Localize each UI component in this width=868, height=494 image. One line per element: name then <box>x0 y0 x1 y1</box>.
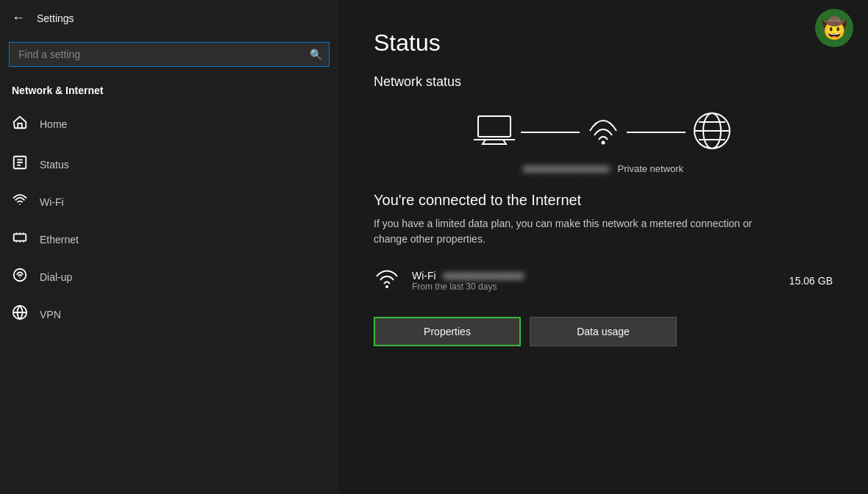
wifi-row: Wi-Fi ■■■■■■■■■■■■■ From the last 30 day… <box>374 265 833 296</box>
laptop-icon <box>471 110 518 154</box>
sidebar: ← Settings 🔍 Network & Internet Home Sta… <box>0 0 338 494</box>
search-input[interactable] <box>9 42 330 67</box>
network-diagram <box>374 107 833 157</box>
button-row: Properties Data usage <box>374 317 833 346</box>
sidebar-item-dialup[interactable]: Dial-up <box>0 258 338 296</box>
sidebar-item-vpn-label: VPN <box>40 309 61 321</box>
wifi-name: Wi-Fi ■■■■■■■■■■■■■ <box>412 270 778 282</box>
vpn-icon <box>12 304 28 324</box>
data-usage-button[interactable]: Data usage <box>530 317 677 346</box>
ethernet-icon <box>12 229 28 249</box>
line-2 <box>627 132 686 133</box>
sidebar-item-wifi[interactable]: Wi-Fi <box>0 183 338 221</box>
connected-title: You're connected to the Internet <box>374 192 833 209</box>
svg-point-12 <box>385 285 388 288</box>
back-button[interactable]: ← <box>12 10 25 26</box>
search-icon: 🔍 <box>310 49 322 60</box>
svg-point-4 <box>19 277 21 279</box>
wifi-usage: 15.06 GB <box>789 275 833 287</box>
wifi-icon <box>12 192 28 212</box>
network-label: ■■■■■■■■■■■■■■■ Private network <box>374 163 833 174</box>
sidebar-item-ethernet-label: Ethernet <box>40 234 79 246</box>
sidebar-item-home[interactable]: Home <box>0 105 338 143</box>
svg-point-1 <box>19 204 21 205</box>
dialup-icon <box>12 267 28 287</box>
sidebar-item-status[interactable]: Status <box>0 146 338 183</box>
properties-button[interactable]: Properties <box>374 317 521 346</box>
wifi-sub: From the last 30 days <box>412 282 778 292</box>
svg-rect-2 <box>14 234 26 240</box>
page-title: Status <box>374 29 833 57</box>
sidebar-item-status-label: Status <box>40 159 69 171</box>
avatar-emoji: 🤠 <box>822 16 847 40</box>
home-icon <box>12 114 28 134</box>
avatar: 🤠 <box>815 9 853 47</box>
sidebar-item-home-label: Home <box>40 118 67 130</box>
svg-rect-5 <box>478 116 511 137</box>
wifi-row-icon <box>374 265 400 296</box>
sidebar-item-dialup-label: Dial-up <box>40 271 72 283</box>
search-container: 🔍 <box>9 42 330 67</box>
wifi-diagram-icon <box>583 110 624 154</box>
main-content: 🤠 Status Network status <box>338 0 868 494</box>
sidebar-item-vpn[interactable]: VPN <box>0 296 338 333</box>
globe-icon <box>689 107 736 157</box>
status-icon <box>12 154 28 174</box>
network-name-blurred: ■■■■■■■■■■■■■■■ <box>523 163 610 174</box>
wifi-row-info: Wi-Fi ■■■■■■■■■■■■■ From the last 30 day… <box>412 270 778 292</box>
sidebar-header: ← Settings <box>0 0 338 36</box>
wifi-ssid-blurred: ■■■■■■■■■■■■■ <box>444 270 524 282</box>
network-label-text: Private network <box>618 163 684 174</box>
nav-section-label: Network & Internet <box>0 79 338 105</box>
svg-point-6 <box>602 141 605 145</box>
sidebar-title: Settings <box>37 12 74 24</box>
connected-desc: If you have a limited data plan, you can… <box>374 216 786 247</box>
sidebar-item-wifi-label: Wi-Fi <box>40 196 64 208</box>
sidebar-item-ethernet[interactable]: Ethernet <box>0 221 338 258</box>
section-title: Network status <box>374 74 833 90</box>
line-1 <box>521 132 580 133</box>
